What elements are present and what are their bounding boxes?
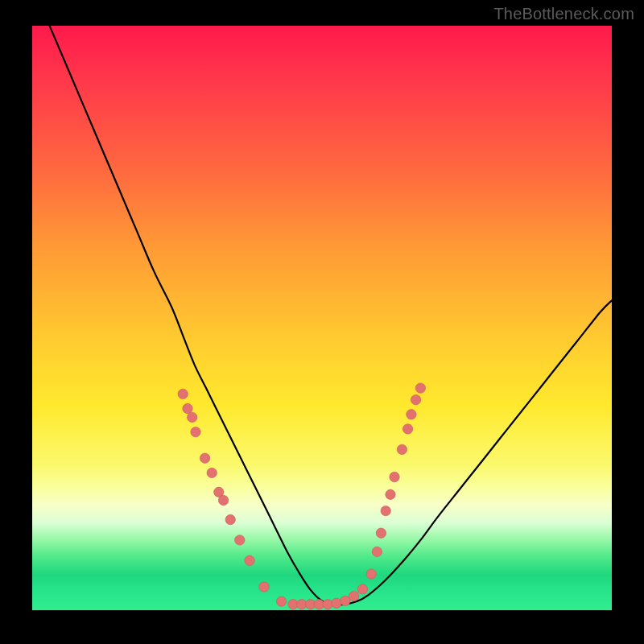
marker-dot (332, 598, 341, 608)
marker-dot (259, 582, 269, 592)
marker-dot (415, 383, 425, 393)
bottleneck-curve-line (50, 26, 612, 605)
marker-dot (349, 591, 358, 601)
marker-dot (357, 584, 367, 594)
marker-dot (276, 597, 286, 606)
marker-dot (225, 514, 235, 524)
marker-dot (245, 555, 254, 565)
marker-dot (386, 489, 395, 499)
marker-dot (372, 547, 382, 556)
marker-dot (191, 427, 200, 436)
chart-svg (32, 26, 612, 610)
marker-dot (390, 472, 399, 481)
marker-dot (218, 495, 228, 505)
marker-dot (341, 596, 350, 605)
marker-dot (397, 444, 407, 454)
marker-dot (407, 410, 416, 419)
marker-dot (207, 468, 217, 477)
marker-dot (323, 600, 332, 609)
watermark-text: TheBottleneck.com (493, 5, 634, 23)
marker-dot (183, 403, 192, 413)
chart-outer-frame: TheBottleneck.com (0, 0, 644, 644)
marker-dot (411, 394, 420, 404)
marker-dot (235, 535, 245, 545)
marker-dot (188, 412, 197, 422)
marker-dot (178, 389, 188, 398)
chart-plot-area (32, 26, 612, 610)
marker-dot (366, 569, 376, 579)
marker-dot (402, 424, 412, 434)
marker-dot (381, 506, 390, 515)
marker-dot (200, 453, 209, 463)
marker-dot (376, 528, 386, 538)
